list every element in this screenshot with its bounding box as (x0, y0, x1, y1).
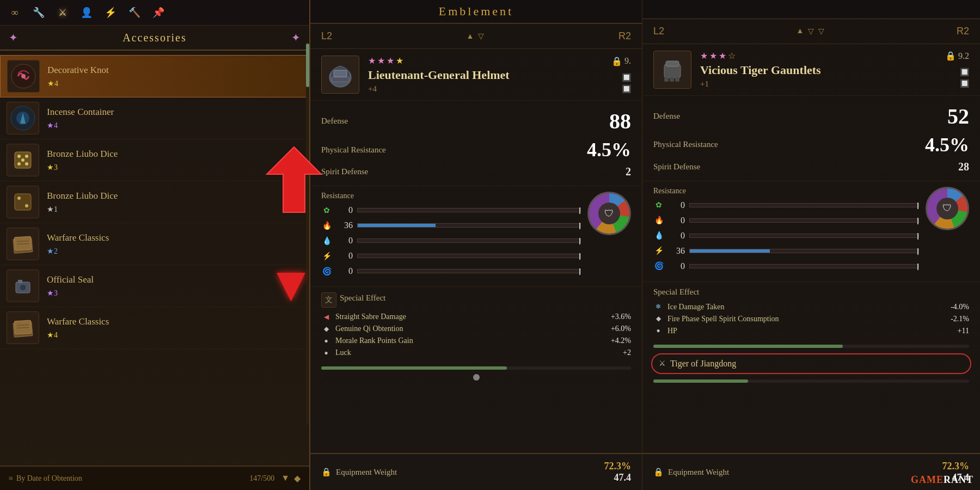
bar-marker (579, 223, 580, 229)
right-effect-icon-0: ❄ (653, 302, 663, 312)
icon-pin[interactable]: 📌 (150, 4, 167, 21)
right-bar-fill-3 (690, 249, 770, 253)
star2: ★ (377, 56, 385, 66)
bar-marker (579, 207, 580, 214)
resist-bar-0 (357, 208, 581, 212)
weight-num: 47.4 (604, 472, 632, 483)
svg-point-5 (17, 155, 21, 158)
right-effect-value-0: -4.0% (951, 303, 969, 311)
right-arrow-dn2: ▽ (818, 27, 824, 36)
right-nav-l2-btn[interactable]: L2 (653, 26, 664, 37)
right-resistance-section: Resistance ✿ 0 🔥 0 💧 0 (642, 181, 980, 281)
right-nav-r2-btn[interactable]: R2 (957, 26, 969, 37)
emblement-title: Emblement (310, 0, 642, 23)
right-defense-value: 52 (947, 103, 969, 129)
progress-bar-bg (321, 366, 631, 370)
tiger-name: Tiger of Jiangdong (670, 359, 736, 369)
diamond-icon[interactable]: ◆ (294, 473, 301, 483)
right-progress-bar-fill (653, 345, 843, 348)
weight-values: 72.3% 47.4 (604, 461, 632, 483)
nav-l2-btn[interactable]: L2 (321, 30, 332, 42)
item-count: 147/500 (249, 474, 274, 483)
item-name: Bronze Liubo Dice (47, 149, 303, 160)
item-stars: ★3 (47, 163, 303, 172)
icon-sword[interactable]: ⚔ (54, 4, 71, 21)
phys-resist-label: Physical Resistance (321, 145, 386, 155)
right-bar-marker-3 (917, 248, 918, 255)
right-bottom-progress-bg (653, 379, 969, 383)
item-icon-warfare2 (7, 311, 39, 344)
icon-person[interactable]: 👤 (78, 4, 95, 21)
effect-name-0: Straight Sabre Damage (335, 313, 607, 321)
right-spirit-def-value: 28 (958, 161, 969, 173)
weight-icon: 🔒 (611, 56, 622, 66)
right-equip-stars: ★ ★ ★ ☆ (700, 51, 936, 61)
effect-value-1: +6.0% (611, 324, 631, 333)
right-slot-1: 🔲 (960, 68, 969, 77)
item-info: Bronze Liubo Dice ★1 (47, 191, 303, 214)
right-bottom-progress-fill (653, 379, 748, 383)
item-row[interactable]: Bronze Liubo Dice ★3 (0, 139, 309, 181)
right-effect-name-1: Fire Phase Spell Spirit Consumption (667, 315, 946, 323)
item-row[interactable]: Bronze Liubo Dice ★1 (0, 181, 309, 223)
nav-r2-btn[interactable]: R2 (618, 30, 631, 42)
item-icon-decorative-knot (7, 60, 40, 93)
resistance-bars: Resistance ✿ 0 🔥 36 � (321, 192, 581, 281)
item-icon-warfare1 (7, 228, 39, 260)
right-effect-value-1: -2.1% (951, 315, 969, 323)
item-row[interactable]: Warfare Classics ★2 (0, 223, 309, 265)
item-row[interactable]: Incense Container ★4 (0, 97, 309, 139)
defense-row: Defense 88 (321, 106, 631, 136)
icon-hammer[interactable]: 🔨 (126, 4, 143, 21)
icon-chain[interactable]: ∞ (7, 4, 23, 21)
gauntlet-icon-box (653, 51, 691, 89)
equip-level: +4 (368, 84, 603, 94)
bar-marker (579, 238, 580, 244)
item-list: Decorative Knot ★4 Incense Container ★4 (0, 51, 309, 465)
resist-value-4: 0 (336, 266, 353, 276)
item-row[interactable]: Official Seal ★3 (0, 265, 309, 307)
item-stars: ★4 (47, 121, 303, 130)
resist-bar-2 (357, 238, 581, 243)
sort-label[interactable]: ≡ By Date of Obtention (9, 474, 82, 483)
scrollbar-thumb[interactable] (306, 44, 309, 87)
item-info: Official Seal ★3 (47, 274, 303, 298)
right-resist-bar-1 (689, 218, 919, 223)
effect-row-0: ◀ Straight Sabre Damage +3.6% (321, 311, 631, 323)
filter-icon[interactable]: ▼ (281, 473, 290, 483)
right-equip-header: ★ ★ ★ ☆ Vicious Tiger Gauntlets +1 🔒 9.2… (642, 44, 980, 96)
item-icon-dice2 (7, 186, 39, 218)
item-stars: ★3 (47, 289, 303, 298)
bar-fill-1 (358, 224, 436, 227)
icon-lightning[interactable]: ⚡ (102, 4, 119, 21)
phys-resist-value: 4.5% (587, 138, 631, 161)
effect-row-3: ● Luck +2 (321, 347, 631, 359)
svg-rect-10 (15, 194, 31, 210)
resist-value-3: 0 (336, 251, 353, 261)
weight-label: 🔒 Equipment Weight (321, 467, 397, 477)
right-phys-resist-row: Physical Resistance 4.5% (653, 131, 969, 158)
svg-point-6 (25, 155, 28, 158)
right-resist-bar-0 (689, 203, 919, 207)
right-weight-value: 9.2 (958, 51, 969, 61)
svg-rect-29 (664, 77, 669, 82)
shield-circle: 🛡 (587, 192, 631, 235)
item-row[interactable]: Decorative Knot ★4 (0, 55, 309, 97)
item-stars: ★4 (47, 79, 302, 88)
bar-marker (579, 253, 580, 260)
item-row[interactable]: Warfare Classics ★4 (0, 307, 309, 349)
icon-tools[interactable]: 🔧 (30, 4, 47, 21)
right-resist-row-3: ⚡ 36 (653, 246, 919, 256)
svg-rect-26 (334, 70, 347, 77)
equip-slots: 🔲 🔲 (622, 73, 631, 94)
star-icon: ★2 (47, 247, 58, 255)
filter-icons[interactable]: ▼ ◆ (281, 473, 301, 483)
resist-value-1: 36 (336, 220, 353, 230)
sort-text: By Date of Obtention (16, 474, 82, 483)
right-effect-row-0: ❄ Ice Damage Taken -4.0% (653, 301, 969, 313)
scrollbar-track[interactable] (306, 44, 309, 425)
special-effect-section: 文 Special Effect ◀ Straight Sabre Damage… (310, 286, 642, 364)
right-phys-resist-label: Physical Resistance (653, 140, 718, 149)
svg-rect-31 (675, 77, 679, 82)
bottom-bar: ≡ By Date of Obtention 147/500 ▼ ◆ (0, 465, 309, 490)
